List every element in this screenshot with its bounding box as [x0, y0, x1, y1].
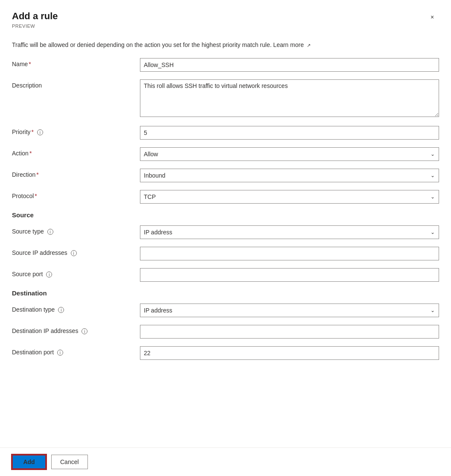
name-row: Name* [12, 58, 439, 72]
dialog-footer: Add Cancel [0, 447, 451, 476]
source-ip-label: Source IP addresses i [12, 247, 140, 257]
source-port-info-icon: i [46, 272, 52, 277]
source-type-row: Source type i Any IP address Service tag… [12, 225, 439, 239]
dialog-title-group: Add a rule PREVIEW [12, 10, 58, 29]
source-type-select[interactable]: Any IP address Service tag Application s… [140, 225, 439, 239]
source-ip-info-icon: i [71, 250, 77, 256]
external-link-icon: ↗ [307, 42, 311, 49]
dest-type-row: Destination type i Any IP address Servic… [12, 304, 439, 317]
priority-label: Priority* i [12, 126, 140, 136]
action-label: Action* [12, 147, 140, 157]
dest-port-info-icon: i [57, 350, 63, 356]
priority-row: Priority* i [12, 126, 439, 140]
direction-select-wrapper: Inbound Outbound ⌄ [140, 169, 439, 182]
info-banner: Traffic will be allowed or denied depend… [12, 34, 439, 58]
priority-required: * [32, 128, 34, 135]
source-section-header: Source [12, 211, 439, 219]
protocol-required: * [35, 193, 37, 199]
protocol-label: Protocol* [12, 190, 140, 199]
add-rule-dialog: Add a rule PREVIEW × Traffic will be all… [0, 0, 451, 476]
dest-port-label: Destination port i [12, 346, 140, 356]
dialog-header: Add a rule PREVIEW × [0, 0, 451, 34]
protocol-select[interactable]: Any TCP UDP ICMP [140, 190, 439, 204]
learn-more-link[interactable]: Learn more ↗ [273, 41, 310, 48]
close-button[interactable]: × [425, 10, 439, 24]
direction-label: Direction* [12, 169, 140, 178]
priority-info-icon: i [37, 129, 43, 135]
dest-type-info-icon: i [58, 307, 64, 313]
name-label: Name* [12, 58, 140, 67]
source-port-input[interactable] [140, 268, 439, 282]
dest-type-label: Destination type i [12, 304, 140, 313]
description-row: Description This roll allows SSH traffic… [12, 79, 439, 118]
source-ip-control [140, 247, 439, 260]
name-required: * [29, 61, 31, 67]
name-control [140, 58, 439, 72]
source-ip-row: Source IP addresses i [12, 247, 439, 260]
description-control: This roll allows SSH traffic to virtual … [140, 79, 439, 118]
dest-type-control: Any IP address Service tag Application s… [140, 304, 439, 317]
description-label: Description [12, 79, 140, 89]
add-button[interactable]: Add [12, 455, 46, 469]
source-port-row: Source port i [12, 268, 439, 282]
cancel-button[interactable]: Cancel [51, 455, 88, 469]
source-ip-input[interactable] [140, 247, 439, 260]
action-select-wrapper: Allow Deny ⌄ [140, 147, 439, 161]
dest-ip-control [140, 325, 439, 339]
source-port-control [140, 268, 439, 282]
dest-port-control [140, 346, 439, 360]
direction-required: * [36, 171, 38, 178]
action-control: Allow Deny ⌄ [140, 147, 439, 161]
source-type-control: Any IP address Service tag Application s… [140, 225, 439, 239]
source-type-label: Source type i [12, 225, 140, 235]
priority-input[interactable] [140, 126, 439, 140]
description-input[interactable]: This roll allows SSH traffic to virtual … [140, 79, 439, 117]
dest-port-input[interactable] [140, 346, 439, 360]
action-required: * [29, 150, 32, 157]
dialog-body: Traffic will be allowed or denied depend… [0, 34, 451, 447]
priority-control [140, 126, 439, 140]
direction-row: Direction* Inbound Outbound ⌄ [12, 169, 439, 182]
protocol-select-wrapper: Any TCP UDP ICMP ⌄ [140, 190, 439, 204]
close-icon: × [431, 14, 434, 20]
dest-ip-input[interactable] [140, 325, 439, 339]
destination-section-header: Destination [12, 289, 439, 297]
source-port-label: Source port i [12, 268, 140, 278]
protocol-control: Any TCP UDP ICMP ⌄ [140, 190, 439, 204]
dest-ip-info-icon: i [81, 328, 87, 334]
action-row: Action* Allow Deny ⌄ [12, 147, 439, 161]
source-type-select-wrapper: Any IP address Service tag Application s… [140, 225, 439, 239]
dest-type-select-wrapper: Any IP address Service tag Application s… [140, 304, 439, 317]
dest-ip-row: Destination IP addresses i [12, 325, 439, 339]
dialog-subtitle: PREVIEW [12, 23, 58, 29]
dest-port-row: Destination port i [12, 346, 439, 360]
dest-type-select[interactable]: Any IP address Service tag Application s… [140, 304, 439, 317]
direction-control: Inbound Outbound ⌄ [140, 169, 439, 182]
name-input[interactable] [140, 58, 439, 72]
protocol-row: Protocol* Any TCP UDP ICMP ⌄ [12, 190, 439, 204]
direction-select[interactable]: Inbound Outbound [140, 169, 439, 182]
dest-ip-label: Destination IP addresses i [12, 325, 140, 335]
info-banner-text: Traffic will be allowed or denied depend… [12, 41, 272, 48]
action-select[interactable]: Allow Deny [140, 147, 439, 161]
source-type-info-icon: i [47, 229, 53, 235]
dialog-title: Add a rule [12, 10, 58, 23]
